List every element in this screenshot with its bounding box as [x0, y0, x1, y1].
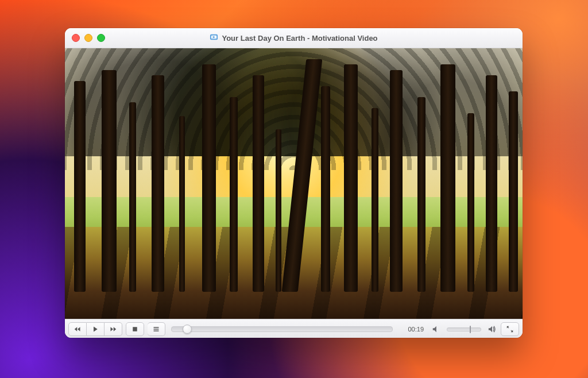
play-button[interactable] [87, 322, 105, 336]
seek-bar[interactable] [169, 325, 395, 333]
video-player-window: Your Last Day On Earth - Motivational Vi… [65, 28, 523, 338]
video-viewport[interactable] [65, 48, 523, 319]
fast-forward-button[interactable] [105, 322, 122, 336]
svg-rect-11 [154, 330, 159, 331]
playlist-button[interactable] [148, 322, 165, 336]
svg-marker-15 [511, 330, 513, 333]
svg-marker-14 [507, 326, 509, 329]
zoom-window-button[interactable] [97, 34, 105, 42]
minimize-window-button[interactable] [84, 34, 92, 42]
svg-marker-6 [111, 327, 114, 331]
elapsed-time: 00:19 [399, 326, 427, 333]
svg-rect-8 [133, 327, 137, 331]
svg-rect-10 [154, 329, 159, 330]
close-window-button[interactable] [72, 34, 80, 42]
fullscreen-button[interactable] [501, 322, 519, 336]
svg-marker-12 [433, 326, 436, 333]
stop-button[interactable] [126, 322, 144, 336]
svg-marker-7 [114, 327, 117, 331]
window-title-wrap: Your Last Day On Earth - Motivational Vi… [210, 33, 377, 43]
window-title: Your Last Day On Earth - Motivational Vi… [222, 34, 377, 43]
window-controls [72, 34, 105, 42]
titlebar[interactable]: Your Last Day On Earth - Motivational Vi… [65, 28, 523, 48]
svg-marker-3 [78, 327, 80, 331]
mute-icon[interactable] [431, 324, 441, 334]
seek-knob[interactable] [183, 325, 192, 334]
rewind-button[interactable] [68, 322, 87, 336]
svg-marker-5 [94, 327, 98, 332]
app-icon [210, 33, 218, 43]
svg-marker-13 [489, 326, 492, 333]
transport-buttons [68, 322, 122, 336]
volume-slider[interactable] [447, 327, 481, 331]
svg-rect-9 [154, 327, 159, 328]
svg-marker-4 [75, 327, 78, 331]
controls-bar: 00:19 [65, 319, 523, 338]
volume-max-icon[interactable] [487, 324, 497, 334]
